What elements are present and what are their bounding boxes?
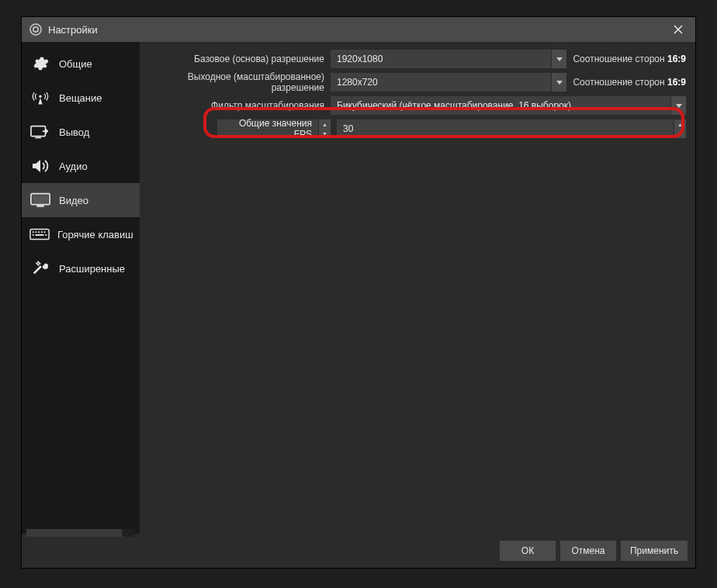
close-button[interactable] [669,20,688,39]
output-resolution-select[interactable]: 1280x720 [331,73,566,92]
sidebar-item-hotkeys[interactable]: Горячие клавиш [22,217,140,251]
spinner-arrows-icon: ▲▼ [318,119,331,138]
svg-rect-12 [41,231,43,233]
base-resolution-label: Базовое (основа) разрешение [140,54,324,64]
downscale-filter-select[interactable]: Бикубический (чёткое масштабирование, 16… [331,96,686,115]
window-title: Настройки [48,24,98,36]
keyboard-icon [29,226,50,243]
dialog-footer: ОК Отмена Применить [22,534,695,568]
ok-button[interactable]: ОК [500,541,556,561]
video-panel: Базовое (основа) разрешение 1920x1080 Со… [140,42,695,534]
output-aspect-ratio: Соотношение сторон 16:9 [573,77,686,88]
sidebar-item-label: Вещание [59,92,102,104]
svg-rect-16 [45,234,47,236]
sidebar-item-advanced[interactable]: Расширенные [22,251,140,285]
cancel-button[interactable]: Отмена [560,541,616,561]
output-resolution-label: Выходное (масштабированное) разрешение [140,71,324,93]
svg-rect-6 [33,195,48,203]
svg-rect-11 [38,231,40,233]
chevron-down-icon [670,96,686,115]
monitor-icon [29,192,51,209]
sidebar-item-label: Видео [59,195,88,206]
fps-value: 30 [343,123,353,134]
svg-rect-9 [33,231,34,233]
svg-rect-10 [35,231,36,233]
settings-window: Настройки Общие Вещание [22,17,695,568]
fps-value-select[interactable]: 30 ▲▼ [337,119,686,138]
base-aspect-ratio: Соотношение сторон 16:9 [573,54,686,64]
sidebar-item-label: Горячие клавиш [57,229,133,240]
broadcast-icon [29,89,51,106]
svg-rect-15 [35,234,43,236]
titlebar: Настройки [22,17,695,42]
downscale-filter-label: Фильтр масштабирования [140,100,324,111]
tools-icon [29,260,51,277]
svg-rect-7 [36,206,43,207]
obs-icon [29,23,42,36]
chevron-down-icon [551,73,566,92]
sidebar-item-video[interactable]: Видео [22,183,140,217]
sidebar-scrollbar[interactable] [26,529,135,537]
svg-point-1 [33,27,38,32]
svg-point-0 [30,24,41,35]
sidebar-item-general[interactable]: Общие [22,47,140,81]
svg-point-2 [39,95,41,98]
sidebar-item-label: Вывод [59,126,89,138]
spinner-arrows-icon: ▲▼ [674,119,686,138]
sidebar-item-output[interactable]: Вывод [22,115,140,149]
apply-button[interactable]: Применить [621,541,688,561]
downscale-filter-value: Бикубический (чёткое масштабирование, 16… [337,100,571,111]
sidebar-item-label: Расширенные [59,263,125,275]
sidebar-item-label: Общие [59,58,92,70]
base-resolution-value: 1920x1080 [337,54,383,64]
fps-type-select[interactable]: Общие значения FPS ▲▼ [217,119,331,138]
chevron-down-icon [551,50,566,68]
output-icon [29,123,51,140]
gear-icon [29,55,51,72]
output-resolution-value: 1280x720 [337,77,378,88]
speaker-icon [29,157,51,175]
sidebar: Общие Вещание Вывод Аудио [22,42,140,534]
sidebar-item-audio[interactable]: Аудио [22,149,140,183]
fps-type-label: Общие значения FPS [223,118,312,140]
base-resolution-select[interactable]: 1920x1080 [331,50,566,68]
svg-rect-4 [36,137,41,139]
sidebar-item-stream[interactable]: Вещание [22,81,140,115]
svg-rect-14 [33,234,34,236]
svg-rect-13 [44,231,46,233]
sidebar-item-label: Аудио [59,161,88,172]
